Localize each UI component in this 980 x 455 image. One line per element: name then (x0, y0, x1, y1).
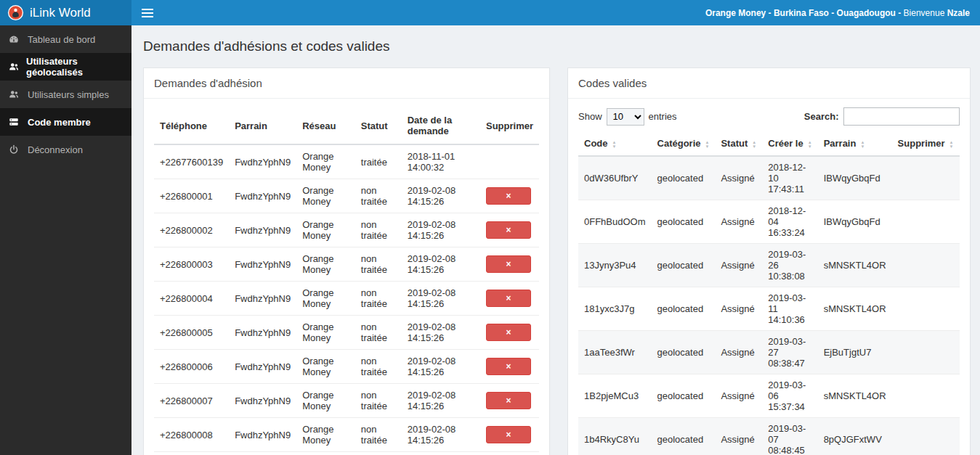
cell-reseau: Orange Money (296, 384, 355, 418)
sort-icon[interactable]: ▲▼ (860, 140, 864, 149)
delete-button[interactable]: × (486, 187, 531, 205)
cell-date: 2019-02-08 14:15:26 (402, 384, 480, 418)
cell-categorie: geolocated (652, 156, 716, 200)
cell-categorie: geolocated (652, 374, 716, 418)
cell-supprimer (892, 287, 960, 331)
cell-statut: Assigné (715, 156, 762, 200)
cell-parrain: FwdhzYphN9 (229, 350, 296, 384)
delete-button[interactable]: × (486, 324, 531, 341)
cell-supprimer (480, 144, 539, 179)
sidebar-item-utilisateurs-simples[interactable]: Utilisateurs simples (0, 81, 131, 108)
cell-supprimer: × (480, 418, 539, 452)
cell-date: 2019-02-08 14:15:26 (402, 452, 480, 455)
cell-statut: Assigné (715, 331, 762, 374)
column-header[interactable]: Catégorie▲▼ (652, 131, 716, 156)
cell-parrain: FwdhzYphN9 (229, 282, 296, 316)
sidebar-item-tableau-de-bord[interactable]: Tableau de bord (0, 25, 131, 53)
column-header[interactable]: Statut▲▼ (715, 131, 762, 156)
cell-supprimer: × (480, 452, 539, 455)
cell-reseau: Orange Money (296, 213, 355, 247)
cell-parrain: sMNSKTL4OR (818, 374, 892, 418)
code-row: 0dW36UfbrYgeolocatedAssigné2018-12-10 17… (578, 156, 960, 200)
sidebar-item-code-membre[interactable]: Code membre (0, 108, 131, 136)
page-size-select[interactable]: 10 (607, 108, 644, 126)
hamburger-icon[interactable] (131, 0, 163, 25)
cell-date: 2019-02-08 14:15:26 (402, 213, 480, 247)
sort-icon[interactable]: ▲▼ (705, 140, 710, 149)
cell-code: 1B2pjeMCu3 (578, 374, 652, 418)
delete-button[interactable]: × (486, 358, 531, 375)
code-row: 1B2pjeMCu3geolocatedAssigné2019-03-06 15… (578, 374, 960, 418)
cell-statut: Assigné (715, 244, 762, 287)
sort-icon[interactable]: ▲▼ (949, 140, 954, 149)
topbar-username: Nzale (947, 8, 970, 18)
cell-statut: Assigné (715, 418, 762, 455)
topbar-welcome: Bienvenue (904, 8, 947, 18)
adhesion-row: +226800007FwdhzYphN9Orange Moneynon trai… (154, 384, 539, 418)
cell-parrain: FwdhzYphN9 (229, 316, 296, 350)
adhesions-table: TéléphoneParrainRéseauStatutDate de la d… (154, 107, 539, 455)
topbar-separator: - (896, 8, 904, 18)
sort-icon[interactable]: ▲▼ (612, 140, 617, 149)
sidebar-item-deconnexion[interactable]: Déconnexion (0, 136, 131, 163)
cell-code: 1aaTee3fWr (578, 331, 652, 374)
sort-icon[interactable]: ▲▼ (808, 140, 812, 149)
column-header[interactable]: Supprimer▲▼ (892, 131, 960, 156)
cell-supprimer (892, 418, 960, 455)
brand-title: iLink World (30, 6, 91, 20)
delete-button[interactable]: × (486, 290, 531, 307)
cell-creer_le: 2019-03-26 10:38:08 (762, 244, 817, 287)
search-input[interactable] (843, 107, 960, 126)
page-size-control: Show 10 entries (578, 108, 677, 126)
adhesion-row: +22677600139FwdhzYphN9Orange Moneytraité… (154, 144, 539, 179)
cell-reseau: Orange Money (296, 350, 355, 384)
cell-statut: non traitée (355, 247, 402, 282)
sidebar-item-label: Déconnexion (28, 144, 83, 155)
cell-parrain: FwdhzYphN9 (229, 144, 296, 179)
column-header[interactable]: Parrain▲▼ (818, 131, 892, 156)
adhesion-row: +226800001FwdhzYphN9Orange Moneynon trai… (154, 179, 539, 213)
delete-button[interactable]: × (486, 221, 531, 239)
delete-button[interactable]: × (486, 392, 531, 409)
cell-reseau: Orange Money (296, 418, 355, 452)
delete-button[interactable]: × (486, 255, 531, 273)
adhesions-header-row: TéléphoneParrainRéseauStatutDate de la d… (154, 107, 539, 144)
cell-supprimer (892, 331, 960, 374)
adhesion-row: +226800003FwdhzYphN9Orange Moneynon trai… (154, 247, 539, 282)
column-header: Téléphone (154, 107, 229, 144)
column-header: Date de la demande (402, 107, 480, 144)
column-header[interactable]: Créer le▲▼ (762, 131, 817, 156)
cell-parrain: sMNSKTL4OR (818, 287, 892, 331)
topbar: iLink World Orange Money - Burkina Faso … (0, 0, 980, 25)
sidebar-item-label: Code membre (28, 117, 91, 128)
column-label: Parrain (824, 138, 857, 149)
adhesions-panel-title: Demandes d'adhésion (144, 68, 549, 99)
cell-parrain: FwdhzYphN9 (229, 418, 296, 452)
cell-statut: Assigné (715, 200, 762, 244)
cell-date: 2018-11-01 14:00:32 (402, 144, 480, 179)
sort-icon[interactable]: ▲▼ (752, 140, 756, 149)
cell-date: 2019-02-08 14:15:26 (402, 350, 480, 384)
cell-statut: non traitée (355, 282, 402, 316)
cell-telephone: +226800005 (154, 316, 229, 350)
code-row: 13Jyny3Pu4geolocatedAssigné2019-03-26 10… (578, 244, 960, 287)
codes-table: Code▲▼Catégorie▲▼Statut▲▼Créer le▲▼Parra… (578, 131, 960, 455)
column-header[interactable]: Code▲▼ (578, 131, 652, 156)
cell-reseau: Orange Money (296, 144, 355, 179)
cell-supprimer: × (480, 384, 539, 418)
cell-statut: non traitée (355, 384, 402, 418)
adhesion-row: +226800002FwdhzYphN9Orange Moneynon trai… (154, 213, 539, 247)
column-label: Code (584, 138, 608, 149)
brand[interactable]: iLink World (0, 0, 131, 25)
cell-reseau: Orange Money (296, 316, 355, 350)
column-header: Parrain (229, 107, 296, 144)
sidebar-item-utilisateurs-geolocalises[interactable]: Utilisateurs géolocalisés (0, 53, 131, 81)
cell-reseau: Orange Money (296, 282, 355, 316)
cell-statut: traitée (355, 144, 402, 179)
adhesion-row: +226800009FwdhzYphN9Orange Moneynon trai… (154, 452, 539, 455)
cell-parrain: FwdhzYphN9 (229, 247, 296, 282)
column-label: Supprimer (898, 138, 945, 149)
entries-label: entries (649, 111, 677, 122)
cell-creer_le: 2018-12-04 16:33:24 (762, 200, 817, 244)
delete-button[interactable]: × (486, 426, 531, 443)
